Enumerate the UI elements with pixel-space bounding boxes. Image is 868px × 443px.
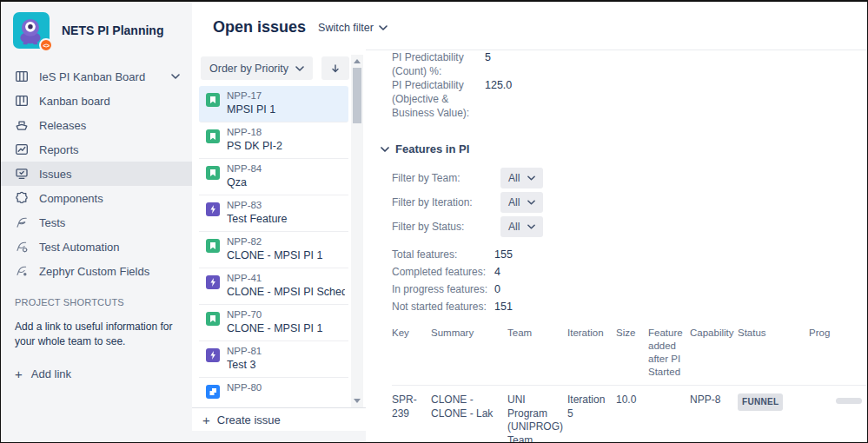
- sidebar-nav: IeS PI Kanban Board Kanban board Release…: [1, 64, 192, 283]
- sidebar-item-label: IeS PI Kanban Board: [39, 70, 171, 83]
- story-icon: [206, 166, 220, 180]
- create-issue-label: Create issue: [217, 413, 281, 426]
- issue-list-item[interactable]: NPP-81 Test 3: [199, 341, 348, 378]
- issue-list-item[interactable]: NPP-70 CLONE - MPSI PI 1: [199, 305, 348, 341]
- dropdown-value: All: [508, 221, 520, 233]
- scroll-up-icon[interactable]: [354, 59, 361, 63]
- page-header: Open issues Switch filter: [192, 2, 867, 50]
- shortcuts-heading: PROJECT SHORTCUTS: [15, 297, 180, 307]
- feature-icon: [206, 348, 220, 362]
- filter-dropdown[interactable]: All: [500, 216, 543, 237]
- issue-list-item[interactable]: NPP-80: [199, 378, 348, 410]
- field-value: 5: [485, 50, 491, 78]
- sidebar-item[interactable]: Test Automation: [1, 235, 192, 259]
- sidebar-item[interactable]: Tests: [1, 210, 192, 235]
- features-table-body: SPR-239 CLONE - CLONE - Lak UNI Program …: [392, 386, 867, 442]
- issues-icon: [15, 167, 30, 182]
- horizontal-scrollbar-track[interactable]: [192, 431, 366, 442]
- components-icon: [15, 191, 30, 206]
- issue-list: NPP-17 MPSI PI 1 NPP-18 PS DK PI-2 NPP-8…: [199, 86, 348, 410]
- app-window: <> NETS PI Planning IeS PI Kanban Board …: [0, 0, 868, 443]
- issue-list-item[interactable]: NPP-18 PS DK PI-2: [199, 122, 348, 159]
- issue-summary: Qza: [227, 176, 345, 188]
- feature-icon: [206, 275, 220, 289]
- issue-list-item[interactable]: NPP-84 Qza: [199, 159, 348, 195]
- column-header: Prog: [809, 327, 867, 379]
- issue-summary: CLONE - MPSI PI Schedu...: [227, 286, 345, 298]
- project-avatar: <>: [13, 12, 50, 49]
- features-in-pi-section-toggle[interactable]: Features in PI: [381, 142, 867, 155]
- issue-list-item[interactable]: NPP-17 MPSI PI 1: [199, 86, 348, 122]
- features-table-header: Key Summary Team Iteration Size Feature …: [392, 327, 867, 386]
- stat-value: 0: [494, 283, 500, 295]
- feature-filters: Filter by Team: All Filter by Iteration:…: [392, 166, 867, 239]
- plus-icon: +: [202, 413, 210, 427]
- table-row[interactable]: SPR-239 CLONE - CLONE - Lak UNI Program …: [392, 386, 867, 442]
- board-icon: [15, 69, 30, 84]
- issue-key: NPP-80: [227, 382, 345, 393]
- filter-dropdown[interactable]: All: [500, 168, 543, 188]
- sidebar-item-label: Reports: [39, 143, 180, 156]
- filter-dropdown[interactable]: All: [500, 192, 543, 213]
- cell-size: 10.0: [616, 386, 648, 442]
- issue-detail-panel: PI Predictability (Count) %: 5 PI Predic…: [366, 50, 867, 442]
- add-link-button[interactable]: + Add link: [15, 367, 180, 381]
- stat-row: Completed features: 4: [392, 263, 867, 281]
- stat-row: Total features: 155: [392, 246, 867, 263]
- sidebar-item-label: Test Automation: [39, 241, 180, 254]
- project-title: NETS PI Planning: [62, 23, 163, 37]
- chevron-down-icon[interactable]: [171, 74, 180, 79]
- create-issue-button[interactable]: + Create issue: [192, 407, 366, 431]
- sidebar-item[interactable]: IeS PI Kanban Board: [1, 64, 192, 89]
- page-title: Open issues: [213, 18, 306, 36]
- sidebar-item[interactable]: Zephyr Custom Fields: [1, 259, 192, 283]
- sidebar-item[interactable]: Reports: [1, 137, 192, 162]
- filter-row: Filter by Team: All: [392, 166, 867, 190]
- story-icon: [206, 312, 220, 326]
- sidebar-item-label: Components: [39, 192, 180, 205]
- sidebar-item[interactable]: Components: [1, 186, 192, 210]
- sidebar: <> NETS PI Planning IeS PI Kanban Board …: [1, 2, 192, 442]
- ship-icon: [15, 118, 30, 133]
- issue-list-item[interactable]: NPP-83 Test Feature: [199, 195, 348, 232]
- sidebar-item[interactable]: Kanban board: [1, 89, 192, 113]
- switch-filter-button[interactable]: Switch filter: [318, 22, 388, 34]
- stat-value: 155: [494, 248, 513, 261]
- issue-list-scrollbar[interactable]: [351, 55, 363, 407]
- section-title: Features in PI: [395, 142, 469, 155]
- chevron-down-icon: [527, 224, 535, 229]
- order-by-button[interactable]: Order by Priority: [201, 56, 313, 80]
- cell-key: SPR-239: [392, 386, 431, 442]
- column-header: Capability: [690, 327, 738, 379]
- column-header: Iteration: [567, 327, 616, 379]
- pi-fields: PI Predictability (Count) %: 5 PI Predic…: [392, 50, 867, 120]
- issue-summary: CLONE - MPSI PI 1: [227, 322, 345, 334]
- sort-direction-button[interactable]: [321, 56, 349, 80]
- stat-value: 4: [494, 266, 500, 278]
- order-by-label: Order by Priority: [209, 63, 288, 75]
- issue-key: NPP-83: [227, 200, 345, 210]
- chevron-down-icon: [527, 175, 535, 181]
- issue-summary: Test 3: [227, 359, 345, 371]
- stat-label: Not started features:: [392, 301, 494, 313]
- chevron-down-icon: [527, 200, 535, 205]
- issue-list-item[interactable]: NPP-82 CLONE - MPSI PI 1: [199, 232, 348, 268]
- issue-list-panel: Order by Priority NPP-17 MPSI PI 1 NPP-1…: [192, 50, 366, 442]
- features-table: Key Summary Team Iteration Size Feature …: [392, 327, 867, 442]
- arrow-down-icon: [330, 63, 341, 74]
- cell-capability: NPP-8: [690, 386, 738, 442]
- issue-list-item[interactable]: NPP-41 CLONE - MPSI PI Schedu...: [199, 268, 348, 305]
- feather-icon: [15, 215, 30, 230]
- scroll-down-icon[interactable]: [354, 399, 361, 403]
- stat-row: In progress features: 0: [392, 281, 867, 298]
- kanban-icon: [15, 94, 30, 109]
- issue-key: NPP-70: [227, 309, 345, 320]
- stat-label: In progress features:: [392, 283, 494, 295]
- cell-summary: CLONE - CLONE - Lak: [431, 386, 507, 442]
- sidebar-item[interactable]: Issues: [1, 162, 192, 186]
- dropdown-value: All: [508, 172, 520, 184]
- feather-dot-icon: [15, 264, 30, 279]
- scrollbar-thumb[interactable]: [353, 68, 361, 123]
- filter-row: Filter by Iteration: All: [392, 190, 867, 215]
- sidebar-item[interactable]: Releases: [1, 113, 192, 137]
